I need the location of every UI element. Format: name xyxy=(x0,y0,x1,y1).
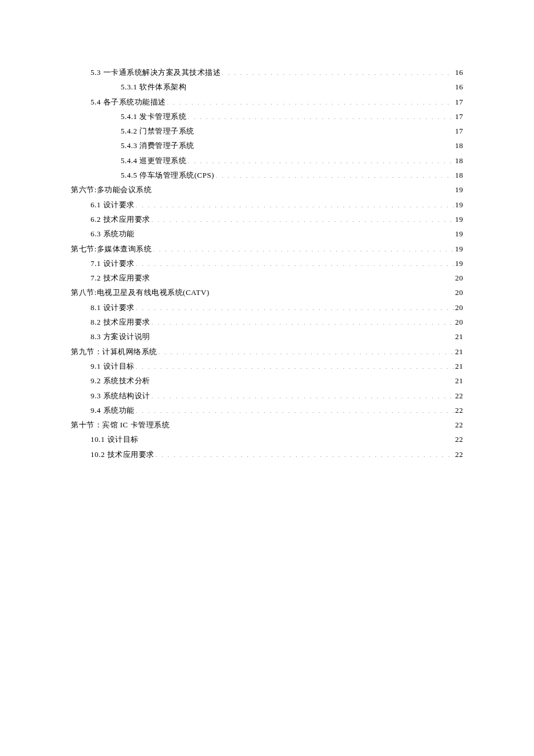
toc-leader-dots xyxy=(171,419,454,428)
toc-leader-dots xyxy=(140,433,454,442)
toc-title: 第十节：宾馆 IC 卡管理系统 xyxy=(71,417,169,432)
toc-entry: 10.2 技术应用要求22 xyxy=(71,447,463,462)
toc-leader-dots xyxy=(211,286,454,296)
toc-entry: 9.1 设计目标21 xyxy=(71,359,463,373)
toc-entry: 5.4.3 消费管理子系统18 xyxy=(71,138,463,153)
toc-page-number: 21 xyxy=(455,344,463,359)
toc-page-number: 22 xyxy=(455,403,463,417)
toc-leader-dots xyxy=(196,139,454,149)
toc-entry: 8.1 设计要求20 xyxy=(71,300,463,315)
toc-entry: 5.4.5 停车场管理系统(CPS)18 xyxy=(71,168,463,182)
toc-page-number: 17 xyxy=(455,109,463,124)
toc-page-number: 19 xyxy=(455,256,463,271)
toc-title: 6.3 系统功能 xyxy=(91,226,135,241)
toc-title: 5.4.5 停车场管理系统(CPS) xyxy=(121,168,214,182)
toc-entry: 9.3 系统结构设计22 xyxy=(71,388,463,403)
toc-page-number: 17 xyxy=(455,95,463,109)
toc-leader-dots xyxy=(136,228,454,237)
toc-entry: 9.4 系统功能22 xyxy=(71,403,463,417)
toc-entry: 第六节:多功能会议系统19 xyxy=(71,182,463,197)
toc-leader-dots xyxy=(215,168,454,178)
toc-title: 5.4 各子系统功能描述 xyxy=(91,95,166,109)
toc-leader-dots xyxy=(196,125,454,134)
toc-title: 第六节:多功能会议系统 xyxy=(71,182,151,197)
toc-page-number: 22 xyxy=(455,447,463,462)
table-of-contents: 5.3 一卡通系统解决方案及其技术描述165.3.1 软件体系架构165.4 各… xyxy=(71,65,463,462)
toc-title: 5.3.1 软件体系架构 xyxy=(121,80,186,94)
toc-leader-dots xyxy=(151,272,454,281)
toc-title: 8.3 方案设计说明 xyxy=(91,329,150,344)
toc-page-number: 22 xyxy=(455,417,463,432)
toc-leader-dots xyxy=(151,375,454,384)
toc-page-number: 18 xyxy=(455,168,463,182)
toc-title: 第八节:电视卫星及有线电视系统(CATV) xyxy=(71,285,210,300)
toc-title: 9.4 系统功能 xyxy=(91,403,135,417)
toc-title: 5.3 一卡通系统解决方案及其技术描述 xyxy=(91,65,221,80)
toc-title: 第七节:多媒体查询系统 xyxy=(71,242,151,256)
toc-page-number: 21 xyxy=(455,373,463,388)
toc-page-number: 16 xyxy=(455,80,463,94)
toc-title: 6.1 设计要求 xyxy=(91,197,135,212)
toc-title: 5.4.2 门禁管理子系统 xyxy=(121,124,194,138)
toc-leader-dots xyxy=(151,389,454,398)
toc-leader-dots xyxy=(187,110,454,119)
toc-entry: 5.3.1 软件体系架构16 xyxy=(71,80,463,94)
toc-page-number: 20 xyxy=(455,271,463,285)
toc-page-number: 18 xyxy=(455,138,463,153)
toc-leader-dots xyxy=(187,154,454,163)
toc-entry: 8.3 方案设计说明21 xyxy=(71,329,463,344)
toc-entry: 7.2 技术应用要求20 xyxy=(71,271,463,285)
toc-leader-dots xyxy=(136,359,454,369)
toc-title: 5.4.1 发卡管理系统 xyxy=(121,109,186,124)
toc-entry: 第十节：宾馆 IC 卡管理系统22 xyxy=(71,417,463,432)
toc-leader-dots xyxy=(151,213,454,222)
toc-title: 9.3 系统结构设计 xyxy=(91,388,150,403)
toc-entry: 5.4 各子系统功能描述17 xyxy=(71,95,463,109)
toc-page-number: 22 xyxy=(455,388,463,403)
toc-leader-dots xyxy=(158,345,454,354)
toc-entry: 10.1 设计目标22 xyxy=(71,432,463,447)
toc-page-number: 21 xyxy=(455,329,463,344)
toc-leader-dots xyxy=(151,315,454,325)
toc-entry: 5.3 一卡通系统解决方案及其技术描述16 xyxy=(71,65,463,80)
toc-entry: 8.2 技术应用要求20 xyxy=(71,315,463,329)
toc-entry: 5.4.1 发卡管理系统17 xyxy=(71,109,463,124)
toc-leader-dots xyxy=(151,330,454,340)
toc-leader-dots xyxy=(222,66,454,75)
toc-page-number: 19 xyxy=(455,182,463,197)
toc-title: 7.1 设计要求 xyxy=(91,256,135,271)
toc-title: 9.1 设计目标 xyxy=(91,359,135,373)
toc-page-number: 17 xyxy=(455,124,463,138)
toc-page-number: 18 xyxy=(455,153,463,168)
toc-leader-dots xyxy=(187,81,454,90)
toc-title: 第九节：计算机网络系统 xyxy=(71,344,157,359)
toc-entry: 第九节：计算机网络系统21 xyxy=(71,344,463,359)
toc-page-number: 19 xyxy=(455,197,463,212)
toc-title: 5.4.3 消费管理子系统 xyxy=(121,138,194,153)
toc-title: 5.4.4 巡更管理系统 xyxy=(121,153,186,168)
toc-leader-dots xyxy=(153,242,454,251)
toc-entry: 6.1 设计要求19 xyxy=(71,197,463,212)
toc-title: 7.2 技术应用要求 xyxy=(91,271,150,285)
toc-leader-dots xyxy=(153,183,454,193)
toc-page-number: 20 xyxy=(455,300,463,315)
toc-title: 8.1 设计要求 xyxy=(91,300,135,315)
toc-leader-dots xyxy=(136,198,454,207)
toc-entry: 第八节:电视卫星及有线电视系统(CATV)20 xyxy=(71,285,463,300)
toc-leader-dots xyxy=(136,404,454,413)
toc-page-number: 22 xyxy=(455,432,463,447)
toc-title: 9.2 系统技术分析 xyxy=(91,373,150,388)
toc-entry: 5.4.4 巡更管理系统18 xyxy=(71,153,463,168)
toc-entry: 9.2 系统技术分析21 xyxy=(71,373,463,388)
toc-leader-dots xyxy=(156,448,454,457)
toc-page-number: 20 xyxy=(455,315,463,329)
toc-page-number: 19 xyxy=(455,242,463,256)
toc-page-number: 19 xyxy=(455,226,463,241)
toc-title: 8.2 技术应用要求 xyxy=(91,315,150,329)
toc-entry: 7.1 设计要求19 xyxy=(71,256,463,271)
toc-leader-dots xyxy=(136,301,454,310)
toc-entry: 5.4.2 门禁管理子系统17 xyxy=(71,124,463,138)
toc-title: 6.2 技术应用要求 xyxy=(91,212,150,226)
toc-page-number: 20 xyxy=(455,285,463,300)
toc-entry: 6.2 技术应用要求19 xyxy=(71,212,463,226)
